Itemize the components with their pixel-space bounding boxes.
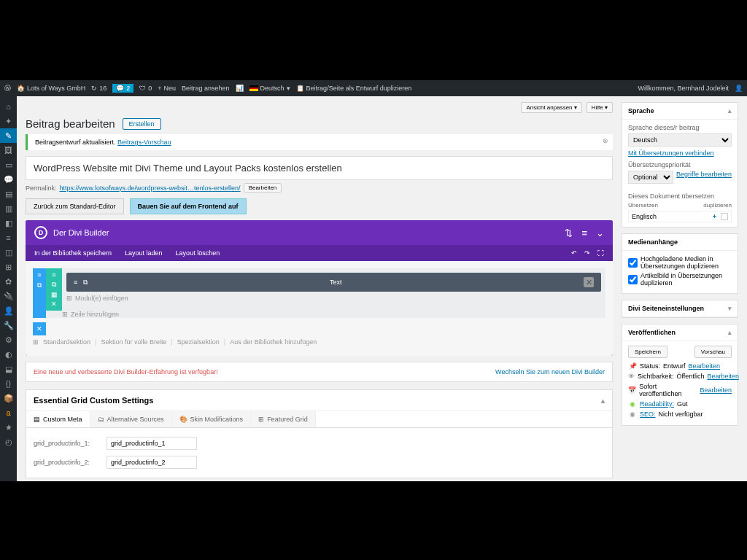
nav-item[interactable]: ◐ [0,347,17,362]
close-icon[interactable]: ✕ [584,277,594,287]
pending-count[interactable]: 🛡 0 [139,85,152,92]
nav-settings[interactable]: ⚙ [0,332,17,347]
frontend-builder-button[interactable]: Bauen Sie auf dem Frontend auf [130,198,247,214]
edit-schedule-link[interactable]: Bearbeiten [700,386,732,394]
section-close[interactable]: ✕ [33,322,46,335]
preview-button[interactable]: Vorschau [694,346,732,358]
load-layout-tab[interactable]: Layout laden [125,249,163,257]
columns-icon[interactable]: ▦ [51,291,58,298]
view-post[interactable]: Beitrag ansehen [182,85,230,92]
switch-builder-link[interactable]: Wechseln Sie zum neuen Divi Builder [495,368,605,376]
nav-tools[interactable]: 🔧 [0,318,17,332]
wp-logo-icon[interactable]: ⓦ [4,84,11,93]
nav-comments[interactable]: 💬 [0,172,17,187]
preview-link[interactable]: Beitrags-Vorschau [117,139,171,146]
updates-count[interactable]: ↻ 16 [91,85,107,92]
grid-input-2[interactable] [107,456,197,469]
tab-alt-sources[interactable]: 🗂 Alternative Sources [90,411,172,427]
screen-options-button[interactable]: Ansicht anpassen ▾ [521,102,581,113]
language-select[interactable]: Deutsch [628,133,732,147]
menu-icon[interactable]: ≡ [581,228,587,238]
clear-layout-tab[interactable]: Layout löschen [176,249,220,257]
dismiss-icon[interactable]: ⊗ [603,137,608,144]
tab-custom-meta[interactable]: ▤ Custom Meta [26,411,90,427]
nav-item[interactable]: ◫ [0,245,17,260]
section-handle[interactable]: ≡ ⧉ [33,268,46,318]
nav-item[interactable]: ⬓ [0,362,17,376]
nav-item[interactable]: {} [0,376,17,391]
add-row[interactable]: ⊞ Zeile hinzufügen [62,311,605,318]
tab-featured-grid[interactable]: ⊞ Featured Grid [251,411,316,427]
add-from-library[interactable]: Aus der Bibliothek hinzufügen [230,338,317,346]
add-special-section[interactable]: Spezialsektion [177,338,220,346]
clone-icon[interactable]: ⧉ [52,281,56,289]
nav-item[interactable]: ▤ [0,187,17,201]
nav-dashboard[interactable]: ⌂ [0,99,17,114]
expand-icon[interactable]: ▾ [728,305,732,312]
media-checkbox-1[interactable] [628,258,638,268]
priority-select[interactable]: Optional [628,171,673,184]
add-translation-icon[interactable]: + [713,213,716,220]
seo-link[interactable]: SEO: [640,411,656,418]
redo-icon[interactable]: ↷ [584,249,590,257]
nav-posts[interactable]: ✎ [0,128,17,143]
readability-link[interactable]: Readability: [640,400,674,408]
add-standard-section[interactable]: Standardsektion [43,338,90,346]
help-button[interactable]: Hilfe ▾ [587,102,613,113]
collapse-icon[interactable]: ▴ [601,397,605,405]
grid-input-1[interactable] [107,437,197,450]
undo-icon[interactable]: ↶ [571,249,577,257]
drag-icon[interactable]: ≡ [74,279,77,286]
comments-count[interactable]: 💬 2 [112,84,133,93]
language-switch[interactable]: Deutsch ▾ [249,85,290,92]
plus-icon[interactable]: ⊞ [33,338,39,346]
connect-translations-link[interactable]: Mit Übersetzungen verbinden [628,149,714,157]
tab-skin-mods[interactable]: 🎨 Skin Modifications [172,411,252,427]
stats-icon[interactable]: 📊 [236,85,244,92]
edit-status-link[interactable]: Bearbeiten [689,362,721,370]
duplicate-post[interactable]: 📋 Beitrag/Seite als Entwurf duplizieren [296,85,412,92]
close-icon[interactable]: ✕ [36,325,42,332]
edit-terms-link[interactable]: Begriffe bearbeiten [676,171,732,187]
clone-icon[interactable]: ⧉ [37,281,42,289]
nav-jetpack[interactable]: ✦ [0,114,17,128]
nav-media[interactable]: 🖼 [0,143,17,158]
nav-item[interactable]: ◴ [0,435,17,449]
duplicate-checkbox[interactable] [721,213,728,220]
expand-icon[interactable]: ⛶ [597,249,604,257]
site-name[interactable]: 🏠 Lots of Ways GmbH [17,85,85,92]
permalink-edit-button[interactable]: Bearbeiten [244,183,282,192]
media-checkbox-2[interactable] [628,275,638,284]
nav-item[interactable]: ▥ [0,201,17,216]
sort-icon[interactable]: ⇅ [565,228,573,238]
add-fullwidth-section[interactable]: Sektion für volle Breite [101,338,166,346]
nav-plugins[interactable]: 🔌 [0,289,17,303]
drag-icon[interactable]: ≡ [52,271,55,279]
new-content[interactable]: + Neu [158,85,176,92]
nav-item[interactable]: ⊞ [0,260,17,274]
standard-editor-button[interactable]: Zurück zum Standard-Editor [26,198,124,214]
text-module[interactable]: ≡ ⧉ Text ✕ [66,273,601,292]
post-title-box[interactable]: WordPress Website mit Divi Theme und Lay… [26,156,613,180]
row-handle[interactable]: ≡ ⧉ ▦ ✕ [46,268,62,311]
nav-item[interactable]: ◧ [0,216,17,230]
create-button[interactable]: Erstellen [123,118,161,130]
collapse-icon[interactable]: ▴ [728,107,732,114]
welcome-user[interactable]: Willkommen, Bernhard Jodeleit [638,85,729,92]
save-draft-button[interactable]: Speichern [628,346,667,358]
save-library-tab[interactable]: In der Bibliothek speichern [34,249,112,257]
avatar-icon[interactable]: 👤 [735,85,743,92]
nav-item[interactable]: ★ [0,420,17,435]
nav-appearance[interactable]: ✿ [0,274,17,289]
collapse-icon[interactable]: ▴ [728,329,732,336]
permalink-url[interactable]: https://www.lotsofways.de/wordpress-webs… [60,184,241,192]
nav-item[interactable]: ≡ [0,230,17,245]
nav-item[interactable]: 📦 [0,391,17,405]
nav-item[interactable]: ▭ [0,158,17,172]
edit-visibility-link[interactable]: Bearbeiten [707,373,739,380]
close-icon[interactable]: ✕ [51,300,57,308]
drag-icon[interactable]: ≡ [37,271,41,279]
chevron-down-icon[interactable]: ⌄ [596,228,604,238]
add-module[interactable]: ⊞ Modul(e) einfügen [66,295,601,302]
nav-item[interactable]: a [0,405,17,420]
